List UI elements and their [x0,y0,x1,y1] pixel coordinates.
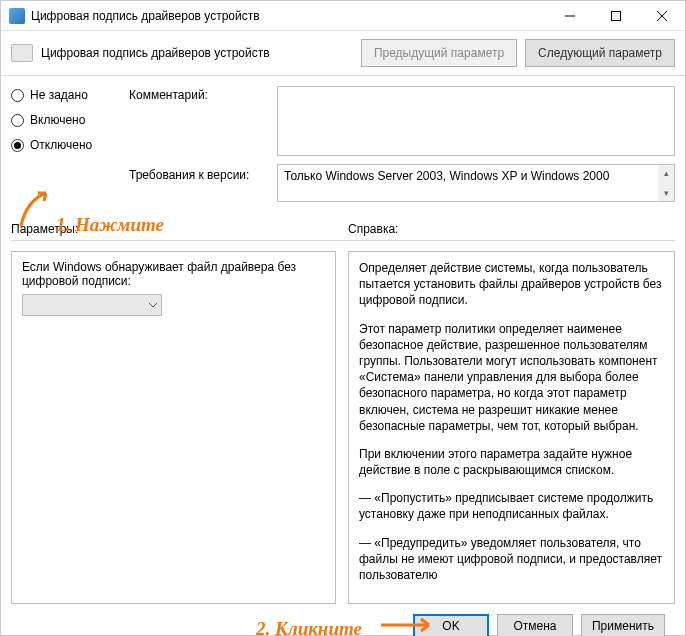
radio-icon [11,114,24,127]
cancel-button[interactable]: Отмена [497,614,573,636]
scroll-up-icon[interactable]: ▴ [658,165,674,181]
help-pane: Определяет действие системы, когда польз… [348,251,675,604]
parameter-label: Если Windows обнаруживает файл драйвера … [22,260,325,288]
parameters-pane: Если Windows обнаруживает файл драйвера … [11,251,336,604]
radio-not-configured[interactable]: Не задано [11,88,121,102]
chevron-down-icon [149,301,157,309]
help-paragraph: — «Пропустить» предписывает системе прод… [359,490,664,522]
help-paragraph: — «Предупредить» уведомляет пользователя… [359,535,664,584]
help-paragraph: Определяет действие системы, когда польз… [359,260,664,309]
requirements-label: Требования к версии: [129,164,269,182]
titlebar: Цифровая подпись драйверов устройств [1,1,685,31]
ok-button[interactable]: OK [413,614,489,636]
footer-buttons: OK Отмена Применить [11,604,675,636]
dialog-window: Цифровая подпись драйверов устройств Циф… [0,0,686,636]
comment-input[interactable] [277,86,675,156]
state-radio-group: Не задано Включено Отключено [11,86,121,152]
radio-enabled[interactable]: Включено [11,113,121,127]
radio-icon [11,89,24,102]
svg-rect-1 [612,11,621,20]
previous-setting-button[interactable]: Предыдущий параметр [361,39,517,67]
app-icon [9,8,25,24]
next-setting-button[interactable]: Следующий параметр [525,39,675,67]
scroll-down-icon[interactable]: ▾ [658,185,674,201]
policy-icon [11,44,33,62]
apply-button[interactable]: Применить [581,614,665,636]
parameters-heading: Параметры: [11,222,336,236]
requirements-text: Только Windows Server 2003, Windows XP и… [284,169,609,183]
maximize-button[interactable] [593,1,639,31]
radio-icon [11,139,24,152]
comment-label: Комментарий: [129,86,269,102]
window-title: Цифровая подпись драйверов устройств [31,9,547,23]
radio-label: Отключено [30,138,92,152]
requirements-box: Только Windows Server 2003, Windows XP и… [277,164,675,202]
minimize-button[interactable] [547,1,593,31]
action-dropdown[interactable] [22,294,162,316]
radio-label: Включено [30,113,85,127]
scrollbar[interactable]: ▴ ▾ [658,165,674,201]
policy-title: Цифровая подпись драйверов устройств [41,46,353,60]
radio-disabled[interactable]: Отключено [11,138,121,152]
header-row: Цифровая подпись драйверов устройств Пре… [1,31,685,76]
help-paragraph: Этот параметр политики определяет наимен… [359,321,664,434]
radio-label: Не задано [30,88,88,102]
help-heading: Справка: [348,222,675,236]
divider [11,240,675,241]
help-paragraph: При включении этого параметра задайте ну… [359,446,664,478]
close-button[interactable] [639,1,685,31]
body-area: Не задано Включено Отключено Комментарий… [1,76,685,636]
